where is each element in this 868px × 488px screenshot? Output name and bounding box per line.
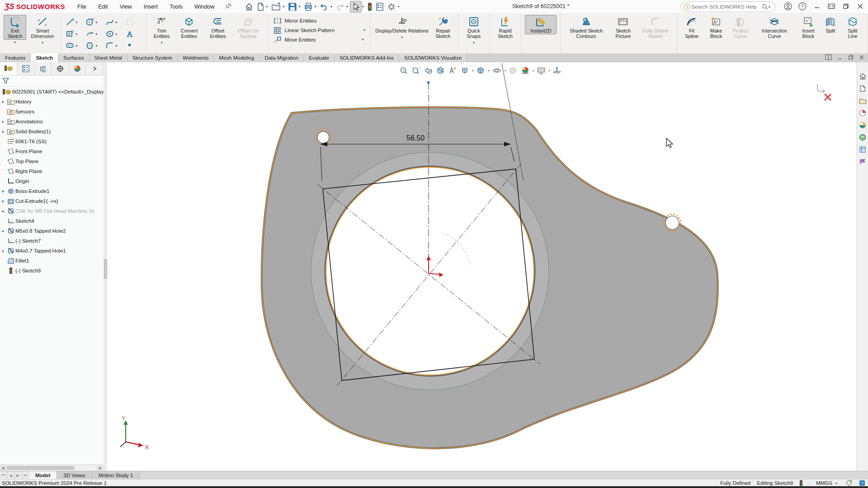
apply-scene-icon[interactable] xyxy=(520,65,531,76)
taskpane-solidworks-resources-icon[interactable] xyxy=(859,84,867,93)
dynamic-annotation-views-icon[interactable] xyxy=(447,65,458,76)
quick-tips-icon[interactable]: ? xyxy=(859,480,865,486)
expand-arrow-icon[interactable] xyxy=(2,99,5,104)
linear-pattern-dropdown[interactable] xyxy=(363,28,365,32)
exit-sketch-button[interactable]: Exit Sketch xyxy=(4,15,26,40)
zoom-fit-icon[interactable] xyxy=(398,65,409,76)
make-block-button[interactable]: A° Make Block xyxy=(705,15,727,40)
tree-horizontal-scrollbar[interactable]: ◀ ▶ xyxy=(0,465,104,471)
tab-sheet-metal[interactable]: Sheet Metal xyxy=(90,53,127,62)
tree-item-sketch7[interactable]: (-) Sketch7 xyxy=(0,236,104,246)
mirror-entities-button[interactable]: Mirror Entities xyxy=(271,16,319,25)
scroll-left-icon[interactable]: ◀ xyxy=(0,465,6,471)
tree-root-item[interactable]: 60225001 (START) <<Default>_Display xyxy=(0,87,104,97)
3d-drawing-view-icon[interactable] xyxy=(552,65,562,76)
section-view-icon[interactable] xyxy=(435,65,446,76)
rebuild-button[interactable] xyxy=(366,1,374,12)
previous-view-icon[interactable] xyxy=(423,65,434,76)
ellipse-tool-button[interactable] xyxy=(104,28,123,40)
tab-evaluate[interactable]: Evaluate xyxy=(304,53,335,62)
units-selector[interactable]: MMGS xyxy=(816,480,832,486)
tree-item-cut-extrude1[interactable]: Cut-Extrude1{ ->x} xyxy=(0,196,104,206)
search-input[interactable] xyxy=(690,4,762,10)
tree-item-top-plane[interactable]: Top Plane xyxy=(0,156,104,166)
tab-display-manager[interactable] xyxy=(69,62,86,75)
confirm-exit-sketch-icon[interactable] xyxy=(816,82,826,93)
taskpane-forum-icon[interactable] xyxy=(859,158,867,166)
panel-expand-chevron[interactable] xyxy=(86,62,103,75)
tree-item-solid-bodies[interactable]: Solid Bodies(1) xyxy=(0,127,104,136)
restore-button[interactable] xyxy=(840,1,852,12)
tab-property-manager[interactable] xyxy=(17,62,34,75)
polygon-tool-dropdown[interactable] xyxy=(95,44,97,48)
pane-layout-icon[interactable] xyxy=(825,54,832,60)
tab-surfaces[interactable]: Surfaces xyxy=(58,53,89,62)
view-orientation-icon[interactable] xyxy=(459,65,470,76)
repair-sketch-button[interactable]: Repair Sketch xyxy=(432,15,454,40)
save-button[interactable] xyxy=(287,1,298,12)
menu-insert[interactable]: Insert xyxy=(138,4,164,10)
menu-file[interactable]: File xyxy=(71,4,92,10)
menu-view[interactable]: View xyxy=(114,4,138,10)
circle-tool-dropdown[interactable] xyxy=(95,20,97,24)
tree-item-origin[interactable]: Origin xyxy=(0,176,104,186)
new-document-dropdown[interactable] xyxy=(266,5,268,9)
insert-block-button[interactable]: A° Insert Block xyxy=(797,15,820,40)
tree-item-boss-extrude1[interactable]: Boss-Extrude1 xyxy=(0,186,104,196)
doc-close-icon[interactable] xyxy=(859,55,864,60)
menu-window[interactable]: Window xyxy=(189,4,220,10)
expand-arrow-icon[interactable] xyxy=(2,119,5,124)
minimize-button[interactable] xyxy=(811,1,823,12)
hide-show-items-dropdown[interactable] xyxy=(505,69,506,73)
expand-arrow-icon[interactable] xyxy=(2,189,5,193)
tree-item-annotations[interactable]: Annotations xyxy=(0,117,104,127)
instant2d-button[interactable]: Instant2D xyxy=(525,15,557,34)
shaded-sketch-contours-button[interactable]: Shaded Sketch Contours xyxy=(564,15,608,40)
pin-menu-icon[interactable] xyxy=(225,3,231,10)
quick-snaps-button[interactable]: Quick Snaps xyxy=(462,15,485,40)
scroll-right-icon[interactable]: ▶ xyxy=(97,465,104,471)
apply-scene-dropdown[interactable] xyxy=(533,69,534,73)
sketch-fillet-tool-button[interactable] xyxy=(104,40,123,52)
view-settings-dropdown[interactable] xyxy=(548,69,550,73)
redo-dropdown[interactable] xyxy=(346,5,348,9)
display-style-icon[interactable] xyxy=(475,65,486,76)
tree-item-sensors[interactable]: Sensors xyxy=(0,107,104,117)
circle-tool-button[interactable] xyxy=(84,16,104,28)
tab-dimxpert-manager[interactable] xyxy=(52,62,69,75)
tree-item-fillet1[interactable]: Fillet1 xyxy=(0,256,104,266)
scrollbar-thumb[interactable] xyxy=(7,466,75,470)
move-entities-button[interactable]: Move Entities xyxy=(271,35,366,44)
sketch-picture-button[interactable]: Sketch Picture xyxy=(610,15,637,40)
print-button[interactable] xyxy=(302,1,314,12)
undo-button[interactable] xyxy=(318,1,330,12)
taskpane-file-explorer-icon[interactable] xyxy=(859,109,867,117)
save-dropdown[interactable] xyxy=(299,5,301,9)
select-tool-button[interactable] xyxy=(350,1,362,13)
undo-dropdown[interactable] xyxy=(330,5,332,9)
graphics-area[interactable]: 56.50 Y X xyxy=(107,62,857,471)
trim-entities-dropdown[interactable] xyxy=(160,41,162,45)
expand-arrow-icon[interactable] xyxy=(2,199,5,203)
slot-tool-dropdown[interactable] xyxy=(75,44,77,48)
tree-item-history[interactable]: History xyxy=(0,97,104,107)
taskpane-view-palette-icon[interactable] xyxy=(859,121,867,129)
open-button[interactable] xyxy=(270,1,283,12)
doc-restore-icon[interactable] xyxy=(848,55,854,60)
tab-motion-study-1[interactable]: Motion Study 1 xyxy=(92,471,140,479)
display-delete-dropdown[interactable] xyxy=(401,35,403,39)
quick-snaps-dropdown[interactable] xyxy=(473,41,475,45)
next-tab-icon[interactable]: ▶ xyxy=(14,471,22,479)
home-button[interactable] xyxy=(243,1,255,12)
expand-arrow-icon[interactable] xyxy=(2,229,5,233)
trim-entities-button[interactable]: Trim Entities xyxy=(150,15,173,40)
tab-configuration-manager[interactable] xyxy=(34,62,52,75)
tree-item-m4-tapped-hole1[interactable]: M4x0.7 Tapped Hole1 xyxy=(0,246,104,256)
ellipse-tool-dropdown[interactable] xyxy=(115,32,117,36)
display-delete-relations-button[interactable]: Display/Delete Relations xyxy=(374,15,430,34)
tab-3d-views[interactable]: 3D Views xyxy=(57,471,92,479)
span-displays-button[interactable] xyxy=(826,1,837,12)
tag-icon[interactable] xyxy=(845,480,853,486)
tree-item-material[interactable]: 6061-T6 (SS) xyxy=(0,136,104,146)
tree-item-sketch4[interactable]: Sketch4 xyxy=(0,216,104,226)
